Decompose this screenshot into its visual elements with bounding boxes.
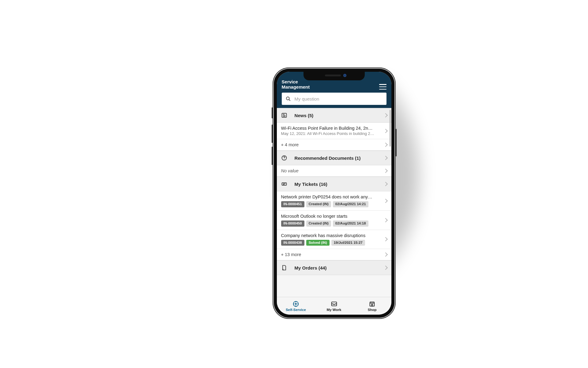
- ticket-id-pill: IN-0000451: [281, 201, 304, 207]
- news-icon: [281, 112, 287, 118]
- chevron-right-icon: [383, 237, 387, 241]
- phone-notch: [303, 72, 365, 80]
- news-item-subtitle: May 12, 2021: All Wi-Fi Access Points in…: [281, 131, 381, 136]
- nav-label: Shop: [368, 308, 377, 312]
- ticket-item[interactable]: Microsoft Outlook no longer starts IN-00…: [277, 211, 391, 230]
- svg-point-13: [295, 303, 297, 305]
- chevron-right-icon: [383, 113, 387, 117]
- chevron-right-icon: [383, 199, 387, 203]
- chevron-right-icon: [383, 266, 387, 270]
- chevron-right-icon: [383, 143, 387, 147]
- svg-rect-16: [371, 304, 373, 306]
- ticket-status-pill: Created (IN): [306, 201, 331, 207]
- orders-icon: [281, 265, 287, 271]
- svg-point-0: [286, 97, 289, 100]
- phone-volume-down: [272, 147, 273, 165]
- menu-button[interactable]: [379, 84, 386, 90]
- search-icon: [285, 96, 291, 102]
- news-item-title: Wi-Fi Access Point Failure in Building 2…: [281, 126, 381, 131]
- nav-self-service[interactable]: Self-Service: [277, 297, 315, 315]
- section-header-news[interactable]: News (5): [277, 108, 391, 123]
- news-more[interactable]: + 4 more: [277, 139, 391, 151]
- chevron-right-icon: [383, 182, 387, 186]
- nav-label: My Work: [327, 308, 341, 312]
- phone-volume-up: [272, 125, 273, 143]
- ticket-date-pill: 19/Jul/2021 15:27: [331, 240, 365, 246]
- ticket-status-pill: Solved (IN): [306, 240, 330, 246]
- ticket-icon: [281, 181, 287, 187]
- phone-mute-switch: [272, 107, 273, 118]
- svg-point-7: [284, 159, 285, 159]
- chevron-right-icon: [383, 156, 387, 160]
- more-label: + 13 more: [281, 252, 381, 257]
- phone-power-button: [396, 129, 397, 156]
- section-label: My Tickets (16): [295, 182, 377, 187]
- app-title: Service Management: [282, 79, 310, 90]
- section-header-orders[interactable]: My Orders (44): [277, 260, 391, 275]
- search-input[interactable]: [295, 96, 383, 102]
- ticket-item[interactable]: Company network has massive disruptions …: [277, 230, 391, 249]
- bottom-nav: Self-Service My Work: [277, 297, 391, 315]
- shop-icon: [369, 301, 375, 307]
- svg-point-11: [283, 270, 284, 270]
- no-value-label: No value: [281, 168, 381, 173]
- section-label: My Orders (44): [295, 265, 377, 270]
- content-scroll[interactable]: News (5) Wi-Fi Access Point Failure in B…: [277, 108, 391, 297]
- nav-my-work[interactable]: My Work: [315, 297, 353, 315]
- chevron-right-icon: [383, 252, 387, 257]
- chevron-right-icon: [383, 169, 387, 173]
- tickets-more[interactable]: + 13 more: [277, 249, 391, 260]
- phone-frame: Service Management: [273, 67, 396, 319]
- help-icon: [281, 155, 287, 161]
- svg-line-1: [289, 100, 290, 101]
- more-label: + 4 more: [281, 142, 381, 147]
- ticket-title: Network printer DyP0254 does not work an…: [281, 194, 381, 199]
- inbox-icon: [331, 301, 337, 307]
- ticket-date-pill: 02/Aug/2021 14:18: [333, 220, 368, 227]
- recommended-empty[interactable]: No value: [277, 165, 391, 177]
- self-service-icon: [292, 301, 299, 307]
- chevron-right-icon: [383, 128, 387, 133]
- section-header-tickets[interactable]: My Tickets (16): [277, 177, 391, 191]
- nav-shop[interactable]: Shop: [353, 297, 391, 315]
- section-header-recommended[interactable]: Recommended Documents (1): [277, 151, 391, 165]
- phone-screen: Service Management: [277, 72, 391, 315]
- chevron-right-icon: [383, 218, 387, 222]
- search-bar[interactable]: [282, 93, 386, 105]
- news-item[interactable]: Wi-Fi Access Point Failure in Building 2…: [277, 123, 391, 139]
- ticket-title: Company network has massive disruptions: [281, 233, 381, 238]
- svg-rect-15: [370, 303, 375, 306]
- scrollbar[interactable]: [390, 110, 391, 147]
- ticket-item[interactable]: Network printer DyP0254 does not work an…: [277, 191, 391, 211]
- ticket-title: Microsoft Outlook no longer starts: [281, 214, 381, 219]
- ticket-id-pill: IN-0000450: [281, 220, 304, 227]
- section-label: News (5): [295, 113, 377, 118]
- section-label: Recommended Documents (1): [295, 155, 377, 161]
- ticket-status-pill: Created (IN): [306, 220, 331, 227]
- nav-label: Self-Service: [286, 308, 306, 312]
- ticket-date-pill: 02/Aug/2021 14:21: [333, 201, 368, 207]
- ticket-id-pill: IN-0000438: [281, 240, 304, 246]
